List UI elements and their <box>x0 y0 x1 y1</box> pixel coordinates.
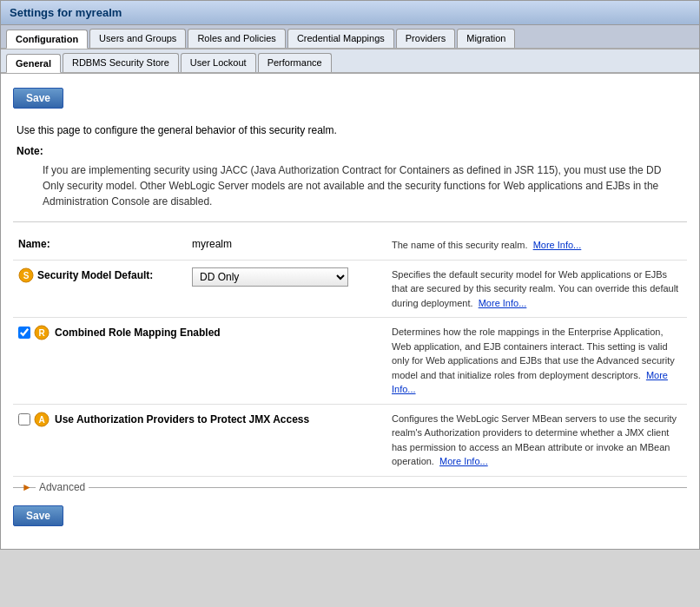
security-model-label-wrapper: S Security Model Default: <box>18 267 182 283</box>
description-block: Use this page to configure the general b… <box>13 117 687 222</box>
security-model-icon: S <box>18 267 34 283</box>
svg-text:R: R <box>38 328 45 338</box>
security-model-more-info[interactable]: More Info... <box>479 298 527 308</box>
table-row-use-auth: A Use Authorization Providers to Protect… <box>13 404 687 476</box>
combined-role-checkbox[interactable] <box>18 327 30 339</box>
name-more-info[interactable]: More Info... <box>533 240 582 250</box>
save-button-bottom[interactable]: Save <box>13 505 63 526</box>
tab-users-and-groups[interactable]: Users and Groups <box>89 29 186 48</box>
tab-row-configuration: Configuration Users and Groups Roles and… <box>1 25 699 49</box>
note-label: Note: <box>17 145 43 157</box>
tab-roles-and-policies[interactable]: Roles and Policies <box>188 29 286 48</box>
tab-general[interactable]: General <box>6 54 61 73</box>
tab-migration[interactable]: Migration <box>457 29 515 48</box>
table-row-security-model: S Security Model Default: DD Only Advanc… <box>13 260 687 318</box>
note-text: If you are implementing security using J… <box>17 162 683 209</box>
name-value: myrealm <box>192 238 232 250</box>
name-label: Name: <box>18 238 50 250</box>
window-title: Settings for myrealm <box>10 6 122 19</box>
advanced-expand-icon[interactable]: ► <box>22 481 32 493</box>
use-auth-label: Use Authorization Providers to Protect J… <box>55 413 309 426</box>
table-row-name: Name: myrealm The name of this security … <box>13 231 687 260</box>
bottom-save-wrapper: Save <box>13 500 687 535</box>
tab-providers[interactable]: Providers <box>396 29 455 48</box>
security-model-select[interactable]: DD Only Advanced Custom Roles Custom Rol… <box>192 267 348 287</box>
tab-configuration[interactable]: Configuration <box>6 30 88 49</box>
tab-user-lockout[interactable]: User Lockout <box>181 53 256 72</box>
tab-credential-mappings[interactable]: Credential Mappings <box>287 29 394 48</box>
tab-row-general: General RDBMS Security Store User Lockou… <box>1 49 699 74</box>
advanced-toggle[interactable]: ► Advanced <box>13 481 687 493</box>
combined-role-label: Combined Role Mapping Enabled <box>55 327 221 339</box>
use-auth-more-info[interactable]: More Info... <box>439 456 488 466</box>
security-model-label: Security Model Default: <box>37 269 153 281</box>
save-button-top[interactable]: Save <box>13 88 63 109</box>
use-auth-description: Configures the WebLogic Server MBean ser… <box>392 413 677 467</box>
tab-performance[interactable]: Performance <box>258 53 332 72</box>
use-auth-checkbox-row: A Use Authorization Providers to Protect… <box>18 412 381 427</box>
use-auth-checkbox[interactable] <box>18 413 30 426</box>
combined-role-icon: R <box>34 325 50 340</box>
title-bar: Settings for myrealm <box>1 1 699 25</box>
content-area: Save Use this page to configure the gene… <box>1 74 699 549</box>
use-auth-icon: A <box>34 412 50 427</box>
table-row-combined-role: R Combined Role Mapping Enabled Determin… <box>13 318 687 405</box>
tab-rdbms-security-store[interactable]: RDBMS Security Store <box>63 53 179 72</box>
security-model-description: Specifies the default security model for… <box>392 269 678 308</box>
combined-role-description: Determines how the role mappings in the … <box>392 327 675 380</box>
combined-role-checkbox-row: R Combined Role Mapping Enabled <box>18 325 381 340</box>
name-description: The name of this security realm. <box>392 240 528 250</box>
svg-text:S: S <box>23 271 30 280</box>
advanced-section: ► Advanced <box>13 487 687 493</box>
svg-text:A: A <box>38 415 44 425</box>
advanced-label: Advanced <box>36 481 89 493</box>
fields-table: Name: myrealm The name of this security … <box>13 231 687 477</box>
description-main: Use this page to configure the general b… <box>17 122 683 138</box>
